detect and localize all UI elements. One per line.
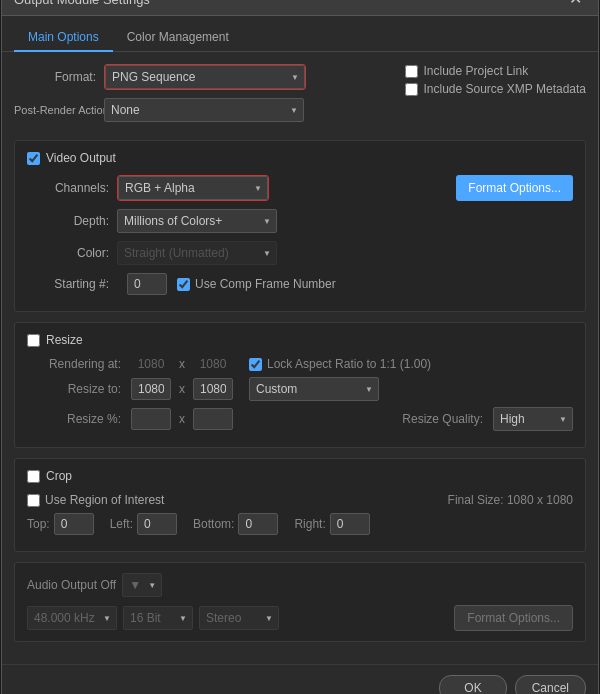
bottom-input[interactable] bbox=[238, 513, 278, 535]
channels-label: Channels: bbox=[27, 181, 117, 195]
audio-row: 48.000 kHz 16 Bit Stereo Format Options.… bbox=[27, 605, 573, 631]
resize-header: Resize bbox=[27, 333, 573, 347]
dialog-footer: OK Cancel bbox=[2, 664, 598, 694]
left-input[interactable] bbox=[137, 513, 177, 535]
channels-wrapper: RGB + Alpha bbox=[117, 175, 269, 201]
starting-number-input[interactable] bbox=[127, 273, 167, 295]
tab-color-management[interactable]: Color Management bbox=[113, 24, 243, 52]
audio-format-options-button[interactable]: Format Options... bbox=[454, 605, 573, 631]
resize-pct-row: Resize %: x Resize Quality: High bbox=[27, 407, 573, 431]
right-field: Right: bbox=[294, 513, 369, 535]
custom-select[interactable]: Custom bbox=[249, 377, 379, 401]
stereo-select[interactable]: Stereo bbox=[199, 606, 279, 630]
use-comp-frame-text: Use Comp Frame Number bbox=[195, 277, 336, 291]
use-region-checkbox[interactable] bbox=[27, 494, 40, 507]
audio-header: Audio Output Off ▼ bbox=[27, 573, 573, 597]
depth-row: Depth: Millions of Colors+ bbox=[27, 209, 573, 233]
audio-off-select[interactable]: ▼ bbox=[122, 573, 162, 597]
include-source-xmp-label[interactable]: Include Source XMP Metadata bbox=[405, 82, 586, 96]
use-region-text: Use Region of Interest bbox=[45, 493, 164, 507]
top-checkboxes: Include Project Link Include Source XMP … bbox=[405, 64, 586, 96]
dialog-title: Output Module Settings bbox=[14, 0, 150, 7]
stereo-wrapper: Stereo bbox=[199, 606, 279, 630]
resize-pct-label: Resize %: bbox=[27, 412, 127, 426]
resize-pct-w-input[interactable] bbox=[131, 408, 171, 430]
custom-select-wrapper: Custom bbox=[249, 377, 379, 401]
crop-checkbox[interactable] bbox=[27, 470, 40, 483]
khz-select[interactable]: 48.000 kHz bbox=[27, 606, 117, 630]
video-output-header: Video Output bbox=[27, 151, 573, 165]
depth-label: Depth: bbox=[27, 214, 117, 228]
video-output-section: Video Output Channels: RGB + Alpha Forma… bbox=[14, 140, 586, 312]
crop-title: Crop bbox=[46, 469, 72, 483]
color-wrapper: Straight (Unmatted) bbox=[117, 241, 277, 265]
bit-select[interactable]: 16 Bit bbox=[123, 606, 193, 630]
rendering-at-row: Rendering at: 1080 x 1080 Lock Aspect Ra… bbox=[27, 357, 573, 371]
resize-quality-select[interactable]: High bbox=[493, 407, 573, 431]
ok-button[interactable]: OK bbox=[439, 675, 506, 694]
tabs-container: Main Options Color Management bbox=[2, 16, 598, 52]
crop-values-row: Top: Left: Bottom: Right: bbox=[27, 513, 573, 535]
resize-pct-h-input[interactable] bbox=[193, 408, 233, 430]
top-label: Top: bbox=[27, 517, 50, 531]
resize-quality-label: Resize Quality: bbox=[402, 412, 483, 426]
crop-section: Crop Use Region of Interest Final Size: … bbox=[14, 458, 586, 552]
starting-label: Starting #: bbox=[27, 277, 117, 291]
rendering-height: 1080 bbox=[193, 357, 233, 371]
use-comp-frame-label[interactable]: Use Comp Frame Number bbox=[177, 277, 336, 291]
color-label: Color: bbox=[27, 246, 117, 260]
resize-to-row: Resize to: x Custom bbox=[27, 377, 573, 401]
tab-main-options[interactable]: Main Options bbox=[14, 24, 113, 52]
video-output-title: Video Output bbox=[46, 151, 116, 165]
post-render-label: Post-Render Action: bbox=[14, 104, 104, 116]
audio-label: Audio Output Off bbox=[27, 578, 116, 592]
right-input[interactable] bbox=[330, 513, 370, 535]
title-bar: Output Module Settings ✕ bbox=[2, 0, 598, 16]
left-label: Left: bbox=[110, 517, 133, 531]
color-row: Color: Straight (Unmatted) bbox=[27, 241, 573, 265]
bottom-label: Bottom: bbox=[193, 517, 234, 531]
depth-wrapper: Millions of Colors+ bbox=[117, 209, 277, 233]
include-source-xmp-text: Include Source XMP Metadata bbox=[423, 82, 586, 96]
post-render-wrapper: None bbox=[104, 98, 304, 122]
use-comp-frame-checkbox[interactable] bbox=[177, 278, 190, 291]
resize-section: Resize Rendering at: 1080 x 1080 Lock As… bbox=[14, 322, 586, 448]
top-field: Top: bbox=[27, 513, 94, 535]
lock-aspect-text: Lock Aspect Ratio to 1:1 (1.00) bbox=[267, 357, 431, 371]
video-output-checkbox[interactable] bbox=[27, 152, 40, 165]
resize-to-height-input[interactable] bbox=[193, 378, 233, 400]
color-select[interactable]: Straight (Unmatted) bbox=[117, 241, 277, 265]
lock-aspect-label[interactable]: Lock Aspect Ratio to 1:1 (1.00) bbox=[249, 357, 431, 371]
right-label: Right: bbox=[294, 517, 325, 531]
bit-wrapper: 16 Bit bbox=[123, 606, 193, 630]
use-region-label[interactable]: Use Region of Interest bbox=[27, 493, 164, 507]
include-source-xmp-checkbox[interactable] bbox=[405, 83, 418, 96]
final-size-text: Final Size: 1080 x 1080 bbox=[448, 493, 573, 507]
channels-select[interactable]: RGB + Alpha bbox=[118, 176, 268, 200]
format-select[interactable]: PNG Sequence bbox=[105, 65, 305, 89]
close-button[interactable]: ✕ bbox=[565, 0, 586, 7]
include-project-link-checkbox[interactable] bbox=[405, 65, 418, 78]
dialog-window: Output Module Settings ✕ Main Options Co… bbox=[1, 0, 599, 694]
audio-section: Audio Output Off ▼ 48.000 kHz 16 Bit bbox=[14, 562, 586, 642]
resize-checkbox[interactable] bbox=[27, 334, 40, 347]
cancel-button[interactable]: Cancel bbox=[515, 675, 586, 694]
rendering-width: 1080 bbox=[131, 357, 171, 371]
include-project-link-label[interactable]: Include Project Link bbox=[405, 64, 586, 78]
resize-to-width-input[interactable] bbox=[131, 378, 171, 400]
resize-quality-wrapper: High bbox=[493, 407, 573, 431]
include-project-link-text: Include Project Link bbox=[423, 64, 528, 78]
left-field: Left: bbox=[110, 513, 177, 535]
format-select-wrapper: PNG Sequence bbox=[104, 64, 306, 90]
lock-aspect-checkbox[interactable] bbox=[249, 358, 262, 371]
bottom-field: Bottom: bbox=[193, 513, 278, 535]
audio-off-wrapper: ▼ bbox=[122, 573, 162, 597]
format-options-button[interactable]: Format Options... bbox=[456, 175, 573, 201]
rendering-at-label: Rendering at: bbox=[27, 357, 127, 371]
x-separator-3: x bbox=[179, 412, 185, 426]
starting-row: Starting #: Use Comp Frame Number bbox=[27, 273, 573, 295]
top-input[interactable] bbox=[54, 513, 94, 535]
depth-select[interactable]: Millions of Colors+ bbox=[117, 209, 277, 233]
post-render-select[interactable]: None bbox=[104, 98, 304, 122]
main-content: Format: PNG Sequence Post-Render Action:… bbox=[2, 52, 598, 664]
